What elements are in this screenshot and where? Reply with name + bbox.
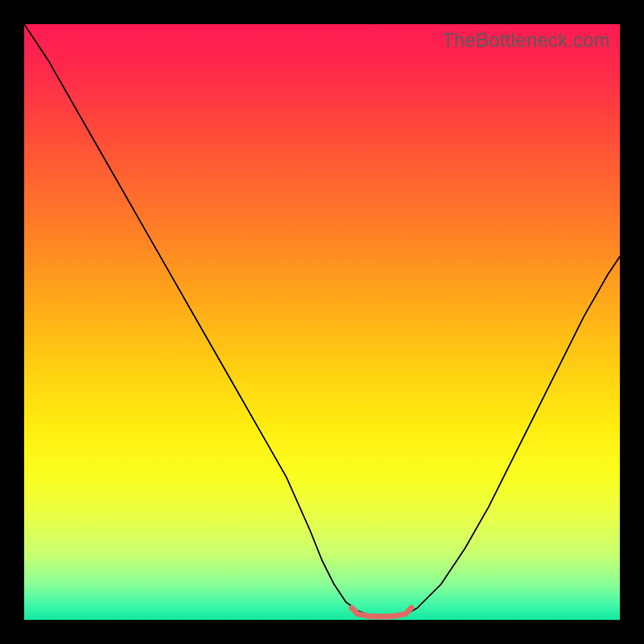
series-bottleneck-curve — [24, 24, 620, 617]
curve-layer — [24, 24, 620, 620]
chart-frame: TheBottleneck.com — [0, 0, 644, 644]
series-flat-marker — [352, 608, 411, 617]
watermark-text: TheBottleneck.com — [442, 29, 610, 52]
plot-area: TheBottleneck.com — [24, 24, 620, 620]
